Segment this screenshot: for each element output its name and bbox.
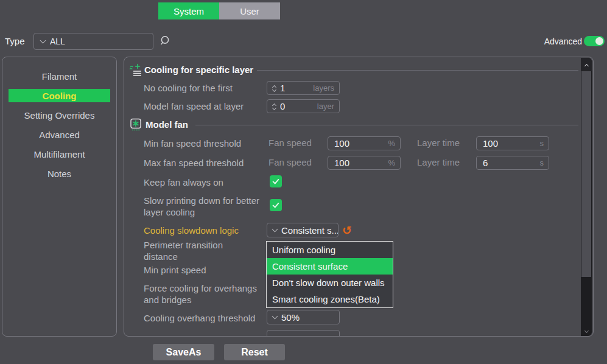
- slowdown-logic-value: Consistent s...: [281, 225, 338, 236]
- chevron-down-icon: [40, 37, 46, 43]
- no-cooling-unit: layers: [313, 83, 339, 93]
- sidebar-item-filament[interactable]: Filament: [9, 69, 110, 83]
- clipped-next-field[interactable]: [267, 330, 340, 337]
- min-fan-threshold-label: Min fan speed threshold: [144, 138, 241, 149]
- sidebar-item-advanced[interactable]: Advanced: [9, 128, 110, 141]
- scroll-up-button[interactable]: [581, 58, 592, 71]
- chevron-up-icon: [584, 63, 588, 68]
- preset-source-tabs: System User: [158, 2, 280, 19]
- filament-settings-window: System User Type ALL Advanced Filament C…: [0, 0, 607, 364]
- scroll-down-button[interactable]: [581, 332, 592, 332]
- section-divider: [257, 70, 578, 71]
- cooling-settings-panel: Cooling for specific layer No cooling fo…: [124, 57, 594, 337]
- no-cooling-value: 1: [280, 83, 285, 93]
- chevron-down-icon: [272, 313, 278, 319]
- max-fan-speed-input[interactable]: 100 %: [328, 156, 401, 170]
- tab-user[interactable]: User: [219, 2, 280, 19]
- min-layer-time-value: 100: [483, 138, 498, 149]
- dropdown-option-uniform-cooling[interactable]: Uniform cooling: [267, 242, 393, 258]
- section-title-cooling-specific-layer: Cooling for specific layer: [144, 65, 253, 75]
- spinner-arrows[interactable]: [267, 85, 280, 91]
- max-layer-time-value: 6: [483, 158, 488, 168]
- sidebar-item-cooling[interactable]: Cooling: [9, 89, 110, 102]
- max-fan-speed-unit: %: [388, 158, 400, 167]
- overhang-threshold-select[interactable]: 50%: [267, 310, 340, 324]
- toggle-knob: [595, 37, 603, 45]
- search-icon[interactable]: [159, 35, 171, 47]
- min-fan-speed-input[interactable]: 100 %: [328, 136, 401, 150]
- slow-printing-checkbox[interactable]: [270, 199, 282, 211]
- fan-speed-at-layer-unit: layer: [317, 102, 339, 111]
- vertical-scrollbar[interactable]: [581, 58, 592, 336]
- dropdown-option-dont-slow-outer-walls[interactable]: Don't slow down outer walls: [267, 275, 393, 291]
- advanced-toggle-label: Advanced: [518, 37, 582, 46]
- sidebar-item-notes[interactable]: Notes: [9, 167, 110, 180]
- check-icon: [272, 177, 280, 186]
- no-cooling-input[interactable]: 1 layers: [267, 81, 340, 95]
- undo-icon[interactable]: ↺: [342, 224, 352, 236]
- keep-fan-checkbox[interactable]: [270, 175, 282, 187]
- model-fan-icon: [129, 118, 142, 131]
- max-fan-threshold-label: Max fan speed threshold: [144, 157, 244, 169]
- min-layer-time-sublabel: Layer time: [417, 138, 460, 148]
- dropdown-option-consistent-surface[interactable]: Consistent surface: [267, 258, 393, 275]
- min-print-speed-label: Min print speed: [144, 264, 206, 276]
- max-fan-speed-sublabel: Fan speed: [268, 157, 312, 167]
- min-fan-speed-unit: %: [388, 139, 400, 148]
- fan-speed-at-layer-label: Model fan speed at layer: [144, 100, 244, 112]
- max-layer-time-sublabel: Layer time: [417, 157, 460, 167]
- overhang-threshold-label: Cooling overhang threshold: [144, 312, 255, 324]
- spinner-arrows[interactable]: [267, 103, 280, 110]
- force-cooling-label: Force cooling for overhangs and bridges: [144, 282, 275, 306]
- type-filter-value: ALL: [50, 37, 65, 46]
- settings-category-sidebar: Filament Cooling Setting Overrides Advan…: [2, 57, 117, 337]
- min-fan-speed-value: 100: [334, 138, 349, 149]
- no-cooling-label: No cooling for the first: [144, 82, 233, 94]
- sidebar-item-setting-overrides[interactable]: Setting Overrides: [9, 108, 110, 122]
- section-title-model-fan: Model fan: [146, 119, 188, 130]
- save-as-button[interactable]: SaveAs: [153, 344, 214, 360]
- slowdown-logic-select[interactable]: Consistent s...: [267, 223, 339, 237]
- max-fan-speed-value: 100: [334, 158, 349, 168]
- advanced-toggle[interactable]: [584, 36, 605, 46]
- fan-speed-at-layer-value: 0: [280, 101, 285, 111]
- chevron-down-icon: [584, 329, 588, 333]
- chevron-down-icon: [272, 226, 278, 232]
- max-layer-time-unit: s: [540, 158, 549, 167]
- overhang-threshold-value: 50%: [281, 312, 300, 323]
- type-filter-select[interactable]: ALL: [33, 33, 153, 50]
- slow-printing-label: Slow printing down for better layer cool…: [144, 195, 265, 218]
- max-layer-time-input[interactable]: 6 s: [476, 156, 549, 170]
- tab-system[interactable]: System: [158, 2, 219, 19]
- min-fan-speed-sublabel: Fan speed: [268, 138, 312, 148]
- reset-button[interactable]: Reset: [224, 344, 285, 360]
- keep-fan-label: Keep fan always on: [144, 177, 223, 188]
- slowdown-logic-dropdown-menu: Uniform cooling Consistent surface Don't…: [266, 241, 393, 308]
- sidebar-item-multifilament[interactable]: Multifilament: [9, 147, 110, 161]
- check-icon: [272, 201, 280, 209]
- perimeter-transition-label: Perimeter transition distance: [144, 239, 259, 262]
- section-divider: [195, 125, 578, 125]
- min-layer-time-unit: s: [540, 139, 549, 148]
- cooling-specific-layer-icon: [129, 63, 142, 77]
- scrollbar-thumb[interactable]: [581, 71, 591, 277]
- type-filter-label: Type: [5, 36, 25, 46]
- min-layer-time-input[interactable]: 100 s: [476, 136, 549, 150]
- dropdown-option-smart-cooling-zones[interactable]: Smart cooling zones(Beta): [267, 291, 393, 307]
- slowdown-logic-label: Cooling slowdown logic: [144, 225, 239, 236]
- fan-speed-at-layer-input[interactable]: 0 layer: [267, 99, 340, 113]
